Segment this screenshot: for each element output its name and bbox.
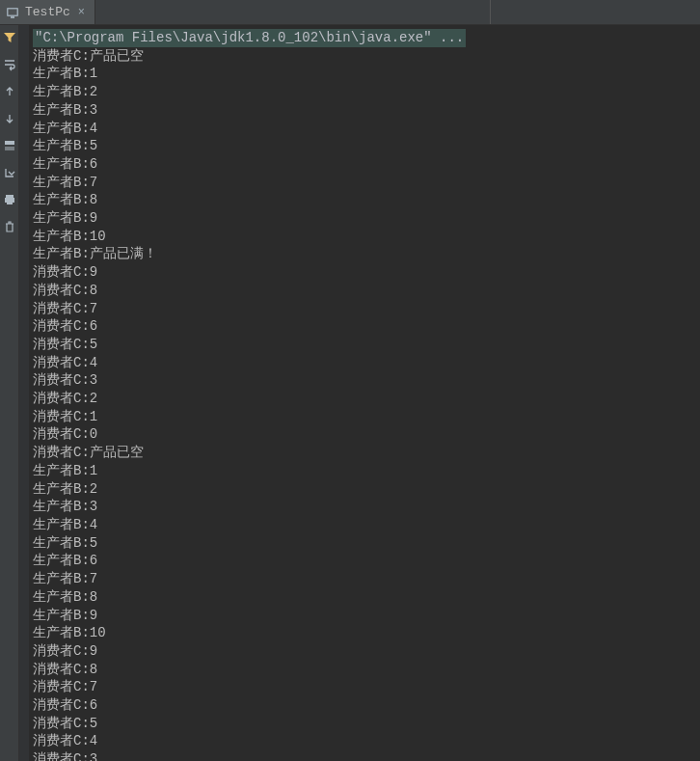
console-line: 生产者B:3	[33, 498, 696, 516]
console-line: 生产者B:10	[33, 624, 696, 642]
scroll-up-icon[interactable]	[3, 85, 16, 98]
console-gutter	[0, 25, 19, 761]
svg-rect-1	[9, 9, 17, 14]
console-line: 生产者B:5	[33, 137, 696, 155]
filter-icon[interactable]	[3, 31, 16, 44]
console-line: 消费者C:4	[33, 732, 696, 750]
console-line: 生产者B:7	[33, 570, 696, 588]
tab-bar-spacer-right	[491, 0, 700, 24]
console-line: 消费者C:8	[33, 661, 696, 679]
tab-label: TestPc	[25, 5, 70, 19]
console-line: 生产者B:8	[33, 191, 696, 209]
console-line: 消费者C:5	[33, 715, 696, 733]
console-output[interactable]: "C:\Program Files\Java\jdk1.8.0_102\bin\…	[29, 25, 700, 761]
console-line: 消费者C:6	[33, 317, 696, 336]
console-line: 消费者C:7	[33, 300, 696, 318]
console-line: 消费者C:8	[33, 282, 696, 300]
console-line: 生产者B:6	[33, 155, 696, 174]
console-line: 生产者B:4	[33, 516, 696, 534]
console-line: 消费者C:0	[33, 425, 696, 444]
console-line: 消费者C:5	[33, 336, 696, 354]
console-line: 消费者C:3	[33, 750, 696, 761]
scroll-down-icon[interactable]	[3, 112, 16, 125]
console-body: "C:\Program Files\Java\jdk1.8.0_102\bin\…	[0, 25, 700, 761]
console-line: 生产者B:10	[33, 228, 696, 246]
console-line: 生产者B:8	[33, 588, 696, 607]
run-config-icon	[6, 6, 19, 19]
svg-rect-4	[5, 147, 14, 150]
console-line: 生产者B:2	[33, 83, 696, 101]
svg-rect-7	[7, 202, 13, 204]
console-line: 生产者B:2	[33, 480, 696, 499]
console-line: 生产者B:6	[33, 552, 696, 570]
console-line: 消费者C:1	[33, 408, 696, 426]
console-line: 生产者B:9	[33, 607, 696, 625]
tab-testpc[interactable]: TestPc ×	[0, 0, 95, 24]
console-line: 生产者B:1	[33, 462, 696, 480]
soft-wrap-icon[interactable]	[3, 58, 16, 71]
console-line: 消费者C:9	[33, 642, 696, 661]
console-line: 生产者B:1	[33, 65, 696, 83]
console-line: 消费者C:3	[33, 371, 696, 390]
console-line: 消费者C:2	[33, 390, 696, 408]
console-line: 消费者C:6	[33, 696, 696, 715]
console-margin	[19, 25, 29, 761]
console-line: 消费者C:产品已空	[33, 47, 696, 66]
toggle-output-icon[interactable]	[3, 139, 16, 152]
scroll-to-end-icon[interactable]	[3, 166, 16, 179]
console-line: 生产者B:产品已满！	[33, 245, 696, 263]
console-line: 消费者C:4	[33, 354, 696, 372]
console-line: 生产者B:5	[33, 534, 696, 553]
console-command-line: "C:\Program Files\Java\jdk1.8.0_102\bin\…	[33, 29, 466, 47]
tab-bar-spacer	[95, 0, 286, 24]
console-line: 消费者C:产品已空	[33, 444, 696, 462]
console-line: 生产者B:9	[33, 209, 696, 228]
print-icon[interactable]	[3, 193, 16, 206]
close-tab-icon[interactable]: ×	[76, 6, 87, 19]
svg-rect-2	[11, 16, 14, 18]
console-line: 生产者B:4	[33, 120, 696, 138]
console-line: 消费者C:7	[33, 678, 696, 696]
clear-icon[interactable]	[3, 220, 16, 233]
console-line: 生产者B:7	[33, 174, 696, 192]
svg-rect-5	[6, 195, 13, 198]
console-line: 消费者C:9	[33, 263, 696, 282]
svg-rect-3	[5, 141, 14, 145]
tab-bar: TestPc ×	[0, 0, 700, 25]
console-line: 生产者B:3	[33, 101, 696, 120]
